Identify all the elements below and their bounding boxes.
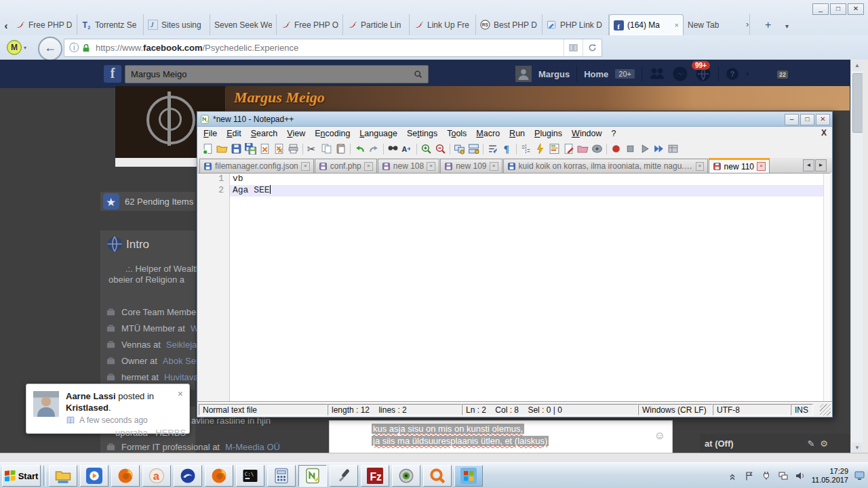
page-scrollbar[interactable]: ▲ ▼ [850,60,863,454]
taskbar-file-explorer-button[interactable] [49,465,77,487]
home-link[interactable]: Home [584,69,608,79]
chat-message-box[interactable]: kus asja sisu on mis on kunsti olemus, j… [329,420,673,454]
profile-link[interactable]: Margus [538,69,570,79]
browser-tab-php-link-d[interactable]: PHP Link D [542,14,609,35]
search-input[interactable] [125,68,414,80]
maximize-button[interactable]: □ [830,3,846,15]
notification-text[interactable]: Aarne Lassi posted in Kristlased. [66,390,167,413]
npp-tab-filemanager-config-json[interactable]: filemanager.config.json× [199,159,314,173]
playback-icon[interactable] [638,142,651,155]
replace-icon[interactable]: A [401,142,414,155]
undo-icon[interactable] [353,142,366,155]
doc-switcher-icon[interactable] [562,142,575,155]
scroll-down-button[interactable]: ▼ [852,443,863,453]
new-tab-button[interactable]: + [765,19,771,31]
browser-tab-particle-lin[interactable]: Particle Lin [343,14,410,35]
zoom-in-icon[interactable] [420,142,433,155]
url-text[interactable]: https://www.facebook.com/Psychedelic.Exp… [96,43,564,53]
npp-tab-new-110[interactable]: new 110× [709,158,770,173]
tab-list-dropdown[interactable]: ▾ [785,22,789,30]
taskbar-windows-update-button[interactable] [454,465,483,487]
npp-titlebar[interactable]: *new 110 - Notepad++ [197,112,832,127]
browser-tab-torrentz-se[interactable]: T2Torrentz Se [77,14,144,35]
copy-icon[interactable] [320,142,333,155]
browser-tab-free-php-d[interactable]: Free PHP D [11,14,77,35]
npp-tab-conf-php[interactable]: conf.php× [315,159,377,173]
npp-doc-close-x[interactable]: X [821,128,827,138]
npp-menu-encoding[interactable]: Encoding [310,129,355,138]
taskbar-firefox-button[interactable] [111,465,140,487]
paste-icon[interactable] [334,142,347,155]
cut-icon[interactable]: ✂ [306,142,319,155]
close-icon[interactable]: × [178,388,183,399]
tray-network-icon[interactable] [778,470,789,481]
chat-selected-line[interactable]: ja siis ma üldsuuresplaanis ütlen, et (l… [372,436,549,446]
npp-tab-new-109[interactable]: new 109× [440,159,502,173]
find-icon[interactable] [387,142,399,155]
show-all-chars-icon[interactable]: ¶ [500,142,513,155]
stop-playback-icon[interactable] [624,142,637,155]
gear-icon[interactable]: ⚙ [820,439,828,449]
scrollbar-thumb[interactable] [852,73,863,133]
browser-tab-seven-seek-wel[interactable]: Seven Seek Wel [210,14,277,35]
browser-tab-free-php-o[interactable]: Free PHP O [277,14,343,35]
open-folder-icon[interactable] [216,142,229,155]
npp-menu-[interactable]: ? [607,129,621,138]
cover-photo[interactable]: Margus Meigo [226,86,850,110]
doc-map-icon[interactable] [548,142,561,155]
npp-menu-tools[interactable]: Tools [442,129,471,138]
word-wrap-icon[interactable] [486,142,499,155]
print-icon[interactable] [287,142,300,155]
account-caret-icon[interactable]: ▾ [746,70,749,77]
browser-tab-new-tab[interactable]: New Tab [684,14,750,35]
reader-mode-button[interactable] [564,39,583,56]
npp-menu-edit[interactable]: Edit [222,129,246,138]
avatar[interactable] [515,66,532,82]
npp-tab-close-icon[interactable]: × [757,162,766,171]
compose-icon[interactable]: ✎ [807,439,814,449]
browser-tab-sites-using[interactable]: JSites using [144,14,210,35]
taskbar-notepad-plus-plus-button[interactable] [298,465,327,487]
tray-collapse-chevron-icon[interactable] [727,470,738,481]
back-button[interactable]: ← [38,37,62,61]
redo-icon[interactable] [368,142,380,155]
https-lock-icon[interactable] [81,43,91,53]
npp-menu-run[interactable]: Run [505,129,530,138]
editor-line[interactable]: 1vb [198,174,830,185]
npp-tab-scroll-left[interactable]: ◄ [803,159,814,171]
pending-items-chip[interactable]: ★ 62 Pending Items [100,192,195,211]
close-all-icon[interactable] [273,142,285,155]
npp-tab-kuid-koik-on-korras-ilma-iroon[interactable]: kuid koik on korras, ilma irooniata, mit… [503,159,708,173]
taskbar-command-prompt-button[interactable]: C:\ [236,465,264,487]
tray-flag-icon[interactable] [744,470,755,481]
zoom-out-icon[interactable] [434,142,447,155]
messenger-icon[interactable] [672,66,688,82]
npp-tab-close-icon[interactable]: × [364,162,373,171]
function-list-icon[interactable] [534,142,547,155]
browser-tab-link-up-fre[interactable]: Link Up Fre [410,14,476,35]
npp-tab-close-icon[interactable]: × [696,162,704,171]
npp-menu-language[interactable]: Language [355,129,402,138]
chat-selected-line[interactable]: kus asja sisu on mis on kunsti olemus, [372,424,524,434]
monitoring-icon[interactable] [591,142,604,155]
taskbar-seamonkey-button[interactable] [174,465,202,487]
show-desktop-button[interactable] [854,470,865,481]
run-macro-multiple-icon[interactable] [652,142,665,155]
tray-volume-icon[interactable] [795,470,806,481]
about-link[interactable]: Seiklejat [166,340,199,350]
sync-vertical-icon[interactable] [453,142,466,155]
taskbar-firefox-2-button[interactable] [205,465,233,487]
save-all-icon[interactable] [244,142,257,155]
about-link[interactable]: M-Meedia OÜ [225,442,280,452]
npp-tab-close-icon[interactable]: × [301,162,310,171]
about-link[interactable]: Huvitava [164,372,199,382]
start-button[interactable]: Start [2,465,41,487]
npp-tab-new-108[interactable]: new 108× [378,159,439,173]
close-doc-icon[interactable] [258,142,271,155]
new-file-icon[interactable] [201,142,214,155]
refresh-button[interactable] [583,39,601,56]
url-bar[interactable]: ⓘ https://www.facebook.com/Psychedelic.E… [64,39,602,57]
browser-tab-best-php-d[interactable]: RSBest PHP D [476,14,542,35]
npp-scrollbar-track[interactable] [823,174,830,401]
sync-horizontal-icon[interactable] [467,142,480,155]
